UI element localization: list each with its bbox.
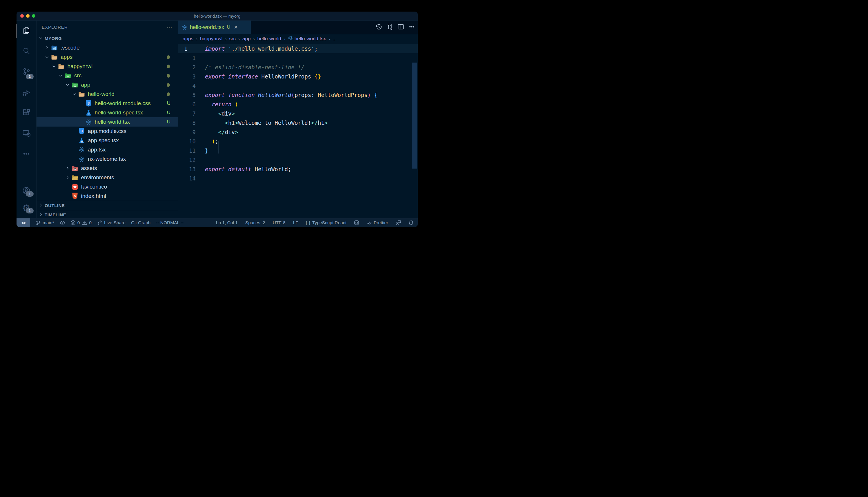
file-name: hello-world.module.css: [95, 100, 151, 106]
status-git-branch[interactable]: main*: [36, 220, 54, 225]
tree-item-app-module-css[interactable]: 3app.module.css: [37, 127, 178, 136]
tree-item-environments[interactable]: environments: [37, 173, 178, 182]
code-line[interactable]: 4: [178, 81, 418, 90]
workspace-section-header[interactable]: MYORG: [37, 33, 178, 43]
activity-remote-explorer[interactable]: [16, 123, 36, 144]
status-language-mode[interactable]: { }TypeScript React: [306, 220, 346, 225]
line-number: 9: [178, 127, 196, 137]
breadcrumb-item-hello-world-tsx[interactable]: hello-world.tsx: [288, 36, 326, 42]
tree-item-assets[interactable]: assets: [37, 164, 178, 173]
tree-item-hello-world-tsx[interactable]: hello-world.tsxU: [37, 117, 178, 127]
timeline-panel-header[interactable]: TIMELINE: [37, 210, 178, 218]
activity-accounts[interactable]: 1: [16, 183, 36, 200]
breadcrumb-item--[interactable]: ...: [332, 36, 336, 42]
tree-item-nx-welcome-tsx[interactable]: nx-welcome.tsx: [37, 154, 178, 164]
status-label: LF: [293, 220, 298, 225]
status-problems-errors[interactable]: 0: [70, 220, 80, 225]
chevron-down-icon[interactable]: [72, 92, 79, 96]
code-line[interactable]: 3export interface HelloWorldProps {}: [178, 72, 418, 81]
code-line[interactable]: 12: [178, 155, 418, 165]
status-github[interactable]: [354, 220, 359, 225]
breadcrumb-item-src[interactable]: src: [229, 36, 236, 42]
activity-source-control[interactable]: 3: [16, 62, 36, 82]
explorer-more-actions-button[interactable]: ⋯: [166, 24, 173, 30]
code-text: <div>: [205, 109, 235, 118]
chevron-right-icon[interactable]: [45, 46, 51, 50]
status-live-share[interactable]: Live Share: [97, 220, 125, 225]
workbench: 31⚙1 EXPLORER ⋯ MYORG .vscodeappshappynr…: [16, 20, 418, 218]
tree-item-apps[interactable]: apps: [37, 53, 178, 62]
tree-item-app-spec-tsx[interactable]: TSapp.spec.tsx: [37, 136, 178, 145]
chevron-down-icon[interactable]: [52, 64, 58, 68]
chevron-down-icon[interactable]: [66, 83, 72, 87]
activity-settings[interactable]: ⚙1: [16, 200, 36, 216]
tree-item-hello-world[interactable]: hello-world: [37, 89, 178, 99]
remote-indicator[interactable]: ><: [16, 218, 30, 227]
timeline-history-button[interactable]: [375, 23, 382, 31]
activity-extensions[interactable]: [16, 103, 36, 123]
tree-item-happynrwl[interactable]: happynrwl: [37, 62, 178, 71]
status-encoding[interactable]: UTF-8: [273, 220, 286, 225]
status-left: main*00Live ShareGit Graph-- NORMAL --: [30, 220, 183, 225]
code-line[interactable]: 9 </div>: [178, 127, 418, 137]
breadcrumb-item-app[interactable]: app: [243, 36, 250, 42]
tree-item-hello-world-module-css[interactable]: 3hello-world.module.cssU: [37, 99, 178, 108]
breadcrumb-item-happynrwl[interactable]: happynrwl: [200, 36, 223, 42]
code-line[interactable]: 11}: [178, 146, 418, 155]
code-line[interactable]: 1import './hello-world.module.css';: [178, 44, 418, 53]
activity-search[interactable]: [16, 41, 36, 62]
activity-more-views[interactable]: [16, 144, 36, 165]
chevron-right-icon[interactable]: [66, 175, 72, 180]
code-editor[interactable]: 1import './hello-world.module.css';12/* …: [178, 43, 418, 218]
status-problems-warnings[interactable]: 0: [82, 220, 92, 225]
tree-item-src[interactable]: ‹›src: [37, 71, 178, 80]
breadcrumb-item-hello-world[interactable]: hello-world: [257, 36, 281, 42]
code-line[interactable]: 5export function HelloWorld(props: Hello…: [178, 90, 418, 100]
code-line[interactable]: 14: [178, 174, 418, 183]
tree-item-index-html[interactable]: 5index.html: [37, 191, 178, 201]
svg-text:3: 3: [81, 129, 83, 133]
code-line[interactable]: 7 <div>: [178, 109, 418, 118]
status-vim-mode[interactable]: -- NORMAL --: [156, 220, 183, 225]
git-modified-dot-badge: [167, 93, 170, 96]
status-eol[interactable]: LF: [293, 220, 298, 225]
activity-explorer[interactable]: [16, 20, 36, 41]
split-editor-button[interactable]: [397, 23, 404, 31]
more-actions-button[interactable]: [408, 23, 415, 31]
status-feedback[interactable]: [396, 220, 401, 225]
chevron-right-icon: [39, 203, 43, 208]
breadcrumb-separator: ›: [238, 37, 240, 41]
status-indentation[interactable]: Spaces: 2: [245, 220, 265, 225]
chevron-down-icon[interactable]: [45, 55, 51, 59]
status-cursor-position[interactable]: Ln 1, Col 1: [216, 220, 238, 225]
code-text: export function HelloWorld(props: HelloW…: [205, 90, 377, 100]
status-git-graph[interactable]: Git Graph: [131, 220, 150, 225]
code-text: <h1>Welcome to HelloWorld!</h1>: [205, 118, 328, 127]
code-line[interactable]: 13export default HelloWorld;: [178, 165, 418, 174]
outline-panel-header[interactable]: OUTLINE: [37, 201, 178, 210]
tree-item-hello-world-spec-tsx[interactable]: TShello-world.spec.tsxU: [37, 108, 178, 117]
status-sync-changes[interactable]: [60, 220, 65, 225]
tree-item-app-tsx[interactable]: app.tsx: [37, 145, 178, 154]
tree-item-app[interactable]: app: [37, 80, 178, 89]
close-tab-icon[interactable]: ✕: [234, 24, 238, 30]
tree-item--vscode[interactable]: .vscode: [37, 43, 178, 53]
status-prettier[interactable]: Prettier: [367, 220, 388, 225]
code-line[interactable]: 2/* eslint-disable-next-line */: [178, 62, 418, 72]
tab-hello-world-tsx[interactable]: hello-world.tsx U ✕: [178, 20, 251, 34]
breadcrumb-item-apps[interactable]: apps: [183, 36, 193, 42]
chevron-right-icon[interactable]: [66, 166, 72, 170]
code-line[interactable]: 10 );: [178, 137, 418, 146]
code-line[interactable]: 1: [178, 53, 418, 62]
git-untracked-badge: U: [167, 119, 170, 125]
code-line[interactable]: 8 <h1>Welcome to HelloWorld!</h1>: [178, 118, 418, 127]
open-changes-button[interactable]: [386, 23, 394, 31]
status-notifications[interactable]: [409, 220, 414, 225]
folder-tan-icon: [79, 91, 85, 97]
code-line[interactable]: 6 return (: [178, 100, 418, 109]
activity-run-debug[interactable]: [16, 82, 36, 103]
tree-item-favicon-ico[interactable]: favicon.ico: [37, 182, 178, 191]
editor-scrollbar[interactable]: [412, 62, 417, 169]
tab-bar: hello-world.tsx U ✕: [178, 20, 418, 34]
chevron-down-icon[interactable]: [58, 74, 65, 77]
